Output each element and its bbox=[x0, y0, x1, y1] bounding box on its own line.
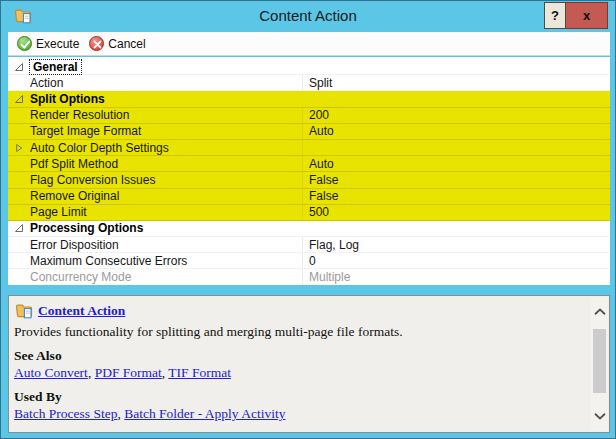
property-row-error-disposition[interactable]: Error DispositionFlag, Log bbox=[8, 237, 610, 253]
property-row-concurrency-mode[interactable]: Concurrency ModeMultiple bbox=[8, 269, 610, 285]
property-name: Target Image Format bbox=[30, 124, 302, 138]
category-row-processing-options[interactable]: Processing Options bbox=[8, 221, 610, 237]
property-value[interactable]: Flag, Log bbox=[302, 237, 610, 252]
triangle-expanded-icon[interactable] bbox=[8, 62, 30, 72]
close-button[interactable]: x bbox=[566, 2, 608, 29]
cancel-button[interactable]: Cancel bbox=[84, 33, 150, 55]
used-by-label: Used By bbox=[14, 389, 587, 405]
see-also-links: Auto Convert, PDF Format, TIF Format bbox=[14, 365, 587, 381]
scrollbar-thumb[interactable] bbox=[593, 329, 606, 393]
category-label: Processing Options bbox=[30, 221, 143, 235]
property-grid: GeneralActionSplitSplit OptionsRender Re… bbox=[8, 57, 610, 285]
property-value[interactable]: Multiple bbox=[302, 269, 610, 284]
category-row-split-options[interactable]: Split Options bbox=[8, 91, 610, 107]
property-value[interactable]: 200 bbox=[302, 108, 610, 123]
property-name: Maximum Consecutive Errors bbox=[30, 254, 302, 268]
content-action-dialog: Content Action ? x Execute Cancel Genera… bbox=[0, 0, 616, 439]
property-name: Flag Conversion Issues bbox=[30, 173, 302, 187]
property-row-render-resolution[interactable]: Render Resolution200 bbox=[8, 108, 610, 124]
property-row-target-image-format[interactable]: Target Image FormatAuto bbox=[8, 124, 610, 140]
link-batch-process-step[interactable]: Batch Process Step bbox=[14, 406, 118, 421]
category-label: Split Options bbox=[30, 92, 105, 106]
property-row-maximum-consecutive-errors[interactable]: Maximum Consecutive Errors0 bbox=[8, 253, 610, 269]
vertical-scrollbar[interactable] bbox=[591, 297, 608, 431]
link-auto-convert[interactable]: Auto Convert bbox=[14, 365, 88, 380]
property-row-auto-color-depth-settings[interactable]: Auto Color Depth Settings bbox=[8, 140, 610, 156]
property-name: Auto Color Depth Settings bbox=[30, 141, 302, 155]
toolbar: Execute Cancel bbox=[8, 32, 610, 56]
property-row-page-limit[interactable]: Page Limit500 bbox=[8, 205, 610, 221]
see-also-label: See Also bbox=[14, 348, 587, 364]
check-circle-icon bbox=[17, 36, 32, 51]
help-content: Content Action Provides functionality fo… bbox=[13, 300, 587, 430]
property-value[interactable]: False bbox=[302, 172, 610, 187]
property-row-flag-conversion-issues[interactable]: Flag Conversion IssuesFalse bbox=[8, 172, 610, 188]
used-by-links: Batch Process Step, Batch Folder - Apply… bbox=[14, 406, 587, 422]
property-value[interactable]: 500 bbox=[302, 205, 610, 220]
cancel-label: Cancel bbox=[108, 37, 145, 51]
triangle-collapsed-icon[interactable] bbox=[8, 143, 30, 153]
link-tif-format[interactable]: TIF Format bbox=[168, 365, 231, 380]
property-name: Error Disposition bbox=[30, 238, 302, 252]
help-description: Provides functionality for splitting and… bbox=[14, 324, 587, 340]
folder-document-icon bbox=[15, 302, 33, 320]
link-batch-folder-apply-activity[interactable]: Batch Folder - Apply Activity bbox=[124, 406, 285, 421]
category-row-general[interactable]: General bbox=[8, 59, 610, 75]
property-value[interactable]: 0 bbox=[302, 253, 610, 268]
property-row-action[interactable]: ActionSplit bbox=[8, 75, 610, 91]
property-name: Pdf Split Method bbox=[30, 157, 302, 171]
property-name: Render Resolution bbox=[30, 108, 302, 122]
property-row-pdf-split-method[interactable]: Pdf Split MethodAuto bbox=[8, 156, 610, 172]
chevron-down-icon[interactable] bbox=[591, 407, 608, 425]
triangle-expanded-icon[interactable] bbox=[8, 94, 30, 104]
property-value[interactable] bbox=[302, 140, 610, 155]
property-name: Remove Original bbox=[30, 189, 302, 203]
property-name: Concurrency Mode bbox=[30, 270, 302, 284]
property-row-remove-original[interactable]: Remove OriginalFalse bbox=[8, 189, 610, 205]
property-name: Page Limit bbox=[30, 205, 302, 219]
property-name: Action bbox=[30, 76, 302, 90]
link-pdf-format[interactable]: PDF Format bbox=[95, 365, 162, 380]
help-button[interactable]: ? bbox=[544, 2, 566, 29]
triangle-expanded-icon[interactable] bbox=[8, 223, 30, 233]
property-value[interactable]: Auto bbox=[302, 124, 610, 139]
execute-label: Execute bbox=[36, 37, 79, 51]
help-title-link[interactable]: Content Action bbox=[38, 303, 125, 319]
cancel-circle-icon bbox=[89, 36, 104, 51]
property-value[interactable]: Split bbox=[302, 75, 610, 90]
property-value[interactable]: False bbox=[302, 189, 610, 204]
window-title: Content Action bbox=[1, 7, 615, 24]
execute-button[interactable]: Execute bbox=[12, 33, 84, 55]
property-value[interactable]: Auto bbox=[302, 156, 610, 171]
help-panel: Content Action Provides functionality fo… bbox=[8, 295, 610, 433]
titlebar[interactable]: Content Action ? x bbox=[1, 1, 615, 32]
category-label: General bbox=[30, 60, 81, 74]
chevron-up-icon[interactable] bbox=[591, 303, 608, 321]
